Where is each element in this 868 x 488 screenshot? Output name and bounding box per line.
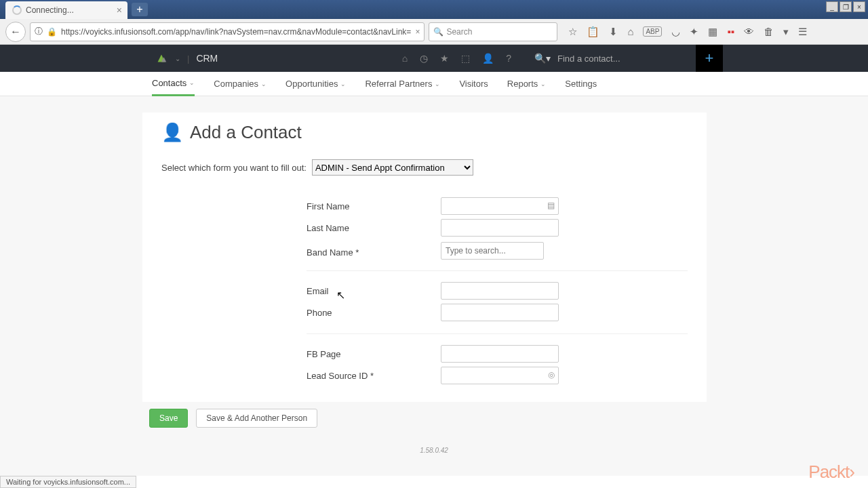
browser-tab[interactable]: Connecting... × [5, 1, 127, 19]
url-bar[interactable]: ⓘ 🔒 https://voyicks.infusionsoft.com/app… [30, 22, 425, 41]
browser-search-bar[interactable]: 🔍 Search [429, 22, 557, 41]
help-icon[interactable]: ? [506, 53, 511, 64]
loading-spinner-icon [12, 5, 22, 15]
clipboard-icon[interactable]: 📋 [587, 26, 599, 38]
phone-label: Phone [307, 308, 441, 318]
clock-icon[interactable]: ◷ [420, 53, 428, 64]
bookmark-icon[interactable]: ☆ [568, 26, 577, 38]
add-button[interactable]: + [696, 45, 723, 72]
tab-title: Connecting... [26, 5, 74, 15]
subnav-settings[interactable]: Settings [565, 72, 597, 96]
app-chevron-icon[interactable]: ⌄ [175, 55, 180, 62]
last-name-label: Last Name [307, 223, 441, 233]
window-controls: _ ❐ × [826, 1, 865, 12]
contact-search-input[interactable] [557, 54, 679, 64]
form-select-label: Select which form you want to fill out: [161, 163, 307, 173]
chevron-down-icon: ⌄ [435, 81, 440, 87]
subnav-companies[interactable]: Companies⌄ [214, 72, 267, 96]
divider: | [187, 54, 189, 64]
divider [307, 333, 688, 334]
sparkle-icon[interactable]: ✦ [690, 26, 698, 38]
restore-button[interactable]: ❐ [840, 1, 852, 12]
subnav-referral-partners[interactable]: Referral Partners⌄ [365, 72, 440, 96]
status-bar: Waiting for voyicks.infusionsoft.com... [0, 476, 136, 488]
tab-close-icon[interactable]: × [117, 5, 122, 16]
toolbar-icons: ☆ 📋 ⬇ ⌂ ABP ◡ ✦ ▦ ▪▪ 👁 🗑 ▾ ☰ [568, 26, 807, 38]
subnav-contacts[interactable]: Contacts⌄ [152, 72, 195, 96]
lead-source-label: Lead Source ID * [307, 371, 441, 381]
back-button[interactable]: ← [5, 22, 26, 42]
trash-icon[interactable]: 🗑 [764, 26, 774, 37]
new-tab-button[interactable]: + [132, 3, 148, 16]
divider [307, 270, 688, 271]
save-button[interactable]: Save [149, 409, 188, 428]
fb-page-input[interactable] [441, 345, 559, 363]
page-title-row: 👤 Add a Contact [161, 122, 688, 143]
button-bar: Save Save & Add Another Person [142, 402, 707, 434]
fb-page-row: FB Page [307, 344, 688, 364]
download-icon[interactable]: ⬇ [609, 26, 618, 38]
home-nav-icon[interactable]: ⌂ [402, 53, 408, 64]
abp-icon[interactable]: ABP [643, 26, 662, 37]
phone-input[interactable] [441, 304, 559, 321]
form-select-row: Select which form you want to fill out: … [161, 159, 688, 176]
subnav-reports[interactable]: Reports⌄ [507, 72, 547, 96]
browser-titlebar: Connecting... × + _ ❐ × [0, 0, 868, 19]
header-search: 🔍▾ [525, 45, 689, 72]
eye-icon[interactable]: 👁 [744, 26, 754, 37]
app-header: ⌄ | CRM ⌂ ◷ ★ ⬚ 👤 ? 🔍▾ + [0, 45, 868, 72]
minimize-button[interactable]: _ [826, 1, 838, 12]
search-placeholder: Search [446, 27, 472, 37]
lock-icon: 🔒 [47, 27, 57, 37]
email-label: Email [307, 286, 441, 296]
chevron-down-icon: ⌄ [340, 81, 346, 87]
clear-url-icon[interactable]: × [415, 27, 420, 37]
first-name-label: First Name [307, 201, 441, 211]
last-name-row: Last Name [307, 218, 688, 238]
apps-icon[interactable]: ⬚ [461, 53, 470, 64]
page-title: Add a Contact [190, 122, 302, 143]
band-name-label: Band Name * [307, 242, 441, 258]
search-icon[interactable]: 🔍▾ [534, 53, 551, 64]
color-icon[interactable]: ▪▪ [727, 26, 734, 37]
form-panel: 👤 Add a Contact Select which form you wa… [142, 113, 707, 434]
grid-icon[interactable]: ▦ [708, 26, 717, 38]
chevron-down-icon: ⌄ [261, 81, 267, 87]
chevron-down-icon: ⌄ [540, 81, 546, 87]
chevron-down-icon: ⌄ [189, 79, 195, 86]
target-icon: ◎ [548, 370, 555, 380]
app-logo[interactable] [149, 46, 174, 70]
email-input[interactable] [441, 282, 559, 300]
email-row: Email [307, 281, 688, 301]
subnav-opportunities[interactable]: Opportunities⌄ [285, 72, 346, 96]
content-area: 👤 Add a Contact Select which form you wa… [0, 96, 868, 476]
pocket-icon[interactable]: ◡ [671, 26, 680, 38]
url-text: https://voyicks.infusionsoft.com/app/nav… [61, 27, 411, 37]
person-icon: 👤 [161, 122, 183, 143]
form-select-dropdown[interactable]: ADMIN - Send Appt Confirmation [312, 159, 473, 176]
app-name[interactable]: CRM [196, 53, 218, 64]
chevron-down-icon[interactable]: ▾ [783, 26, 789, 38]
save-add-another-button[interactable]: Save & Add Another Person [196, 409, 317, 428]
user-icon[interactable]: 👤 [482, 53, 494, 64]
last-name-input[interactable] [441, 219, 559, 237]
first-name-input[interactable] [441, 197, 559, 215]
star-icon[interactable]: ★ [440, 53, 449, 64]
subnav-visitors[interactable]: Visitors [459, 72, 488, 96]
fb-page-label: FB Page [307, 349, 441, 359]
version-text: 1.58.0.42 [0, 447, 868, 454]
close-window-button[interactable]: × [853, 1, 865, 12]
search-icon: 🔍 [433, 27, 443, 37]
home-icon[interactable]: ⌂ [627, 26, 633, 37]
lead-source-row: Lead Source ID * ◎ [307, 365, 688, 386]
lead-source-input[interactable] [441, 367, 559, 384]
field-icon: ▤ [547, 201, 555, 210]
watermark: Packt› [808, 462, 854, 483]
phone-row: Phone [307, 302, 688, 323]
form-fields: First Name ▤ Last Name Band Name * Email… [307, 196, 688, 386]
band-name-input[interactable] [441, 242, 544, 260]
menu-icon[interactable]: ☰ [798, 26, 807, 38]
subnav: Contacts⌄ Companies⌄ Opportunities⌄ Refe… [0, 72, 868, 96]
band-name-row: Band Name * [307, 239, 688, 260]
info-icon[interactable]: ⓘ [35, 26, 43, 37]
